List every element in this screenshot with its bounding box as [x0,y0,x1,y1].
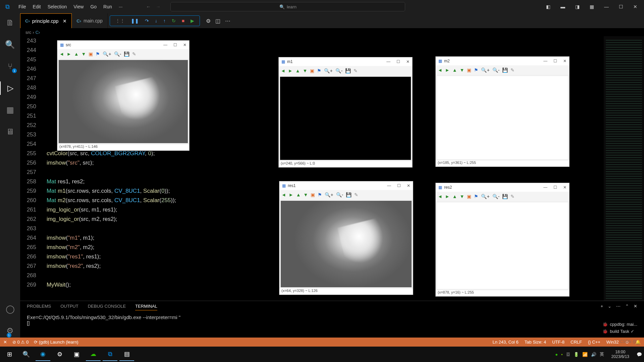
tray-icon[interactable]: ☲ [566,352,570,357]
taskbar-vscode-icon[interactable]: ⧉ [103,348,117,361]
command-center[interactable]: 🔍 learn [170,2,405,11]
img-fit-icon[interactable]: ▣ [311,192,315,197]
window-close-icon[interactable]: ✕ [563,59,567,63]
image-window-res2[interactable]: ▦ res2 —☐✕ ◄►▲▼▣⚑🔍+🔍-💾✎ (x=878, y=16) ~ … [435,183,570,297]
window-close-icon[interactable]: ✕ [563,185,567,190]
img-flag-icon[interactable]: ⚑ [96,51,100,57]
img-fit-icon[interactable]: ▣ [310,68,314,73]
tab-close-icon[interactable]: ✕ [63,18,67,24]
img-fit-icon[interactable]: ▣ [467,67,471,73]
img-prev-icon[interactable]: ◄ [281,68,285,73]
window-minimize-icon[interactable]: — [387,183,391,188]
taskbar-terminal-icon[interactable]: ▣ [69,348,84,361]
img-next-icon[interactable]: ► [288,68,293,73]
img-up-icon[interactable]: ▲ [74,51,79,57]
terminal-content[interactable]: Exe=C:/Qt/Qt5.9.1/Tools/mingw530_32/bin/… [20,313,644,327]
img-zoom-in-icon[interactable]: 🔍+ [324,68,332,73]
image-window-res1[interactable]: ▦ res1 —☐✕ ◄►▲▼▣⚑🔍+🔍-💾✎ (x=64, y=328) ~ … [279,181,413,295]
img-brush-icon[interactable]: ✎ [511,194,515,199]
img-zoom-out-icon[interactable]: 🔍- [492,194,500,199]
layout-panel-icon[interactable]: ▬ [557,2,569,11]
breadcrumb-seg[interactable]: src [25,30,31,35]
menu-view[interactable]: View [70,2,87,11]
settings-gear-icon[interactable]: ⚙1 [6,324,15,338]
debug-restart-icon[interactable]: ↻ [172,18,176,23]
tab-principle-cpp[interactable]: C›principle.cpp✕ [20,13,72,28]
img-next-icon[interactable]: ► [67,51,71,57]
window-close-icon[interactable]: ✕ [183,43,186,47]
img-up-icon[interactable]: ▲ [296,68,300,73]
status-language[interactable]: {} C++ [588,340,600,345]
status-errors[interactable]: ⊘ 0 ⚠ 0 [12,340,29,345]
status-platform[interactable]: Win32 [606,340,619,345]
window-minimize-icon[interactable]: — [601,2,612,11]
window-close-icon[interactable]: ✕ [630,2,641,11]
run-debug-icon[interactable]: ▷ [0,81,20,95]
debug-stop-icon[interactable]: ■ [182,18,184,23]
taskbar-search-icon[interactable]: 🔍 [19,348,34,361]
img-zoom-in-icon[interactable]: 🔍+ [103,51,111,57]
breadcrumb[interactable]: src › C› [20,28,644,36]
panel-close-icon[interactable]: ✕ [634,304,637,310]
layout-sidebar-right-icon[interactable]: ◨ [572,2,583,11]
window-close-icon[interactable]: ✕ [406,59,410,64]
layout-customize-icon[interactable]: ▦ [586,2,597,11]
status-encoding[interactable]: UTF-8 [552,340,565,345]
start-button[interactable]: ⊞ [2,348,17,361]
image-window-src[interactable]: ▦ src —☐✕ ◄►▲▼▣⚑🔍+🔍-💾✎ (x=878, y=411) ~ … [57,40,190,151]
panel-maximize-icon[interactable]: ⌃ [625,304,629,310]
window-minimize-icon[interactable]: — [543,59,547,63]
debug-step-over-icon[interactable]: ↷ [145,18,149,23]
img-canvas[interactable] [437,202,568,289]
img-brush-icon[interactable]: ✎ [354,68,358,73]
img-down-icon[interactable]: ▼ [460,194,465,199]
panel-tab-output[interactable]: OUTPUT [60,304,78,310]
window-maximize-icon[interactable]: ☐ [553,59,557,63]
window-minimize-icon[interactable]: — [543,185,547,190]
img-flag-icon[interactable]: ⚑ [474,194,478,199]
img-brush-icon[interactable]: ✎ [511,67,515,73]
img-canvas[interactable] [280,77,411,160]
img-save-icon[interactable]: 💾 [502,194,508,199]
window-maximize-icon[interactable]: ☐ [615,2,627,11]
img-down-icon[interactable]: ▼ [304,192,308,197]
img-flag-icon[interactable]: ⚑ [318,192,322,197]
drag-handle-icon[interactable]: ⋮⋮ [115,18,125,23]
status-eol[interactable]: CRLF [571,340,582,345]
menu-selection[interactable]: Selection [44,2,70,11]
img-prev-icon[interactable]: ◄ [59,51,64,57]
tray-icon[interactable]: ● [555,352,558,357]
debug-pause-icon[interactable]: ❚❚ [131,18,139,23]
menu-run[interactable]: Run [100,2,115,11]
window-maximize-icon[interactable]: ☐ [396,59,400,64]
status-tabsize[interactable]: Tab Size: 4 [525,340,546,345]
img-fit-icon[interactable]: ▣ [89,51,93,57]
remote-explorer-icon[interactable]: 🖥 [0,125,20,138]
terminal-split-icon[interactable]: ⋯ [616,304,621,310]
panel-tab-problems[interactable]: PROBLEMS [27,304,51,310]
panel-tab-debug-console[interactable]: DEBUG CONSOLE [88,304,126,310]
terminal-list-item[interactable]: 🐞 build Task ✓ [602,329,637,334]
nav-forward-icon[interactable]: → [156,4,160,9]
terminal-dropdown-icon[interactable]: ⌄ [608,304,611,310]
debug-step-out-icon[interactable]: ↑ [163,18,166,23]
taskbar-edge-icon[interactable]: ◉ [36,348,50,361]
status-cursor-pos[interactable]: Ln 243, Col 6 [493,340,519,345]
terminal-new-icon[interactable]: + [600,304,603,310]
img-down-icon[interactable]: ▼ [303,68,308,73]
window-maximize-icon[interactable]: ☐ [553,185,557,190]
debug-step-into-icon[interactable]: ↓ [155,18,157,23]
img-up-icon[interactable]: ▲ [296,192,301,197]
split-editor-icon[interactable]: ◫ [215,18,220,24]
img-next-icon[interactable]: ► [289,192,293,197]
debug-continue-icon[interactable]: ▶ [191,18,194,23]
img-zoom-out-icon[interactable]: 🔍- [336,192,343,197]
img-canvas[interactable] [281,201,412,287]
window-close-icon[interactable]: ✕ [407,183,410,188]
image-window-m2[interactable]: ▦ m2 —☐✕ ◄►▲▼▣⚑🔍+🔍-💾✎ (x=185, y=361) ~ L… [435,56,570,167]
minimap[interactable] [604,36,644,301]
image-window-m1[interactable]: ▦ m1 —☐✕ ◄►▲▼▣⚑🔍+🔍-💾✎ (x=240, y=566) ~ L… [278,57,413,168]
img-save-icon[interactable]: 💾 [346,192,352,197]
img-prev-icon[interactable]: ◄ [438,67,442,73]
tray-volume-icon[interactable]: 🔊 [591,352,596,357]
